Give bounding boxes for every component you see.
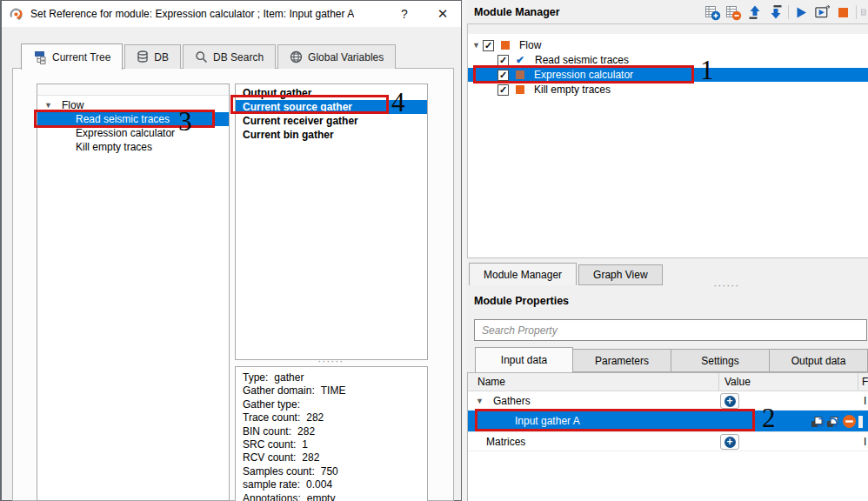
splitter-handle[interactable]: ······ [318,359,344,364]
tab-graph-view[interactable]: Graph View [578,264,662,285]
toolbar-separator [856,5,857,19]
tree-node-label: Expression calculator [76,127,175,139]
reference-tabbar: Current Tree DB DB Search [21,43,397,69]
help-button[interactable]: ? [391,3,417,24]
view-tabbar: Module Manager Graph View [469,263,664,285]
set-reference-dialog: Set Reference for module: Expression cal… [0,0,462,501]
tree-icon [33,50,47,64]
tab-module-manager[interactable]: Module Manager [469,263,577,285]
info-line: Trace count:282 [243,411,420,424]
checkbox-checked[interactable]: ✓ [497,84,509,96]
status-square-icon [516,70,524,79]
radexpro-logo-icon [9,7,23,22]
info-line: Gather domain:TIME [243,384,420,397]
chevron-down-icon[interactable]: ▼ [44,101,53,110]
gather-list: Output gather Current source gather Curr… [235,84,428,360]
checkbox-checked[interactable]: ✓ [483,40,494,51]
row-name: Gathers [493,395,531,407]
checkbox-checked[interactable]: ✓ [497,55,509,66]
module-row-label: Flow [519,39,541,51]
database-icon [137,50,149,63]
table-header: Name Value F [468,373,868,391]
table-row-input-gather-a[interactable]: Input gather A [468,411,868,432]
tab-input-data[interactable]: Input data [475,347,573,372]
info-line: SRC count:1 [243,438,420,451]
module-flow-tree: ▼ ✓ Flow ✓ ✔ Read seismic traces ✓ Expre… [467,23,868,258]
stop-icon[interactable] [835,4,851,21]
move-up-icon[interactable] [746,4,763,21]
tab-label: Module Manager [484,269,562,281]
list-item-label: Current bin gather [243,129,334,141]
tab-label: Graph View [593,269,647,281]
tree-node-flow[interactable]: ▼ Flow [37,98,229,112]
list-item-label: Output gather [243,87,311,99]
dialog-title: Set Reference for module: Expression cal… [30,8,354,20]
tab-db-search[interactable]: DB Search [183,44,276,69]
add-gather-button[interactable]: + [720,393,739,409]
flow-tree-header [37,84,229,96]
tab-label: Settings [701,355,738,367]
column-header-value[interactable]: Value [719,373,858,391]
tab-parameters[interactable]: Parameters [573,349,671,372]
add-module-icon[interactable] [704,4,721,21]
chevron-down-icon[interactable]: ▼ [476,397,486,405]
search-property-input[interactable] [482,324,859,337]
info-line: BIN count:282 [243,425,420,438]
tab-current-tree[interactable]: Current Tree [21,43,123,70]
list-item-output-gather[interactable]: Output gather [236,86,427,100]
replace-reference-icon[interactable] [811,415,825,429]
tab-label: Output data [791,355,846,367]
tab-global-variables[interactable]: Global Variables [277,44,396,69]
plus-icon: + [724,396,736,407]
tab-label: DB [154,51,169,63]
list-item-current-bin-gather[interactable]: Current bin gather [236,128,427,142]
module-row-expression-calculator[interactable]: ✓ Expression calculator [468,68,868,82]
remove-reference-icon[interactable] [842,414,857,429]
splitter-handle[interactable]: ······ [714,284,740,289]
column-header-clipped[interactable]: F [858,373,868,391]
properties-tabbar: Input data Parameters Settings Output da… [475,347,868,372]
run-flow-icon[interactable] [814,4,831,21]
row-action-icons [811,414,863,429]
add-matrix-button[interactable]: + [720,434,739,450]
search-property-box [474,319,867,341]
search-icon [195,50,208,63]
tab-db[interactable]: DB [124,44,181,69]
status-square-icon [501,41,510,50]
tab-output-data[interactable]: Output data [770,349,868,372]
tab-settings[interactable]: Settings [671,349,770,372]
tree-node-expression-calculator[interactable]: Expression calculator [37,126,229,140]
plus-icon: + [724,437,736,448]
swap-reference-icon[interactable] [826,415,840,429]
tree-node-label: Flow [62,99,83,111]
tab-label: Parameters [595,355,649,367]
module-row-label: Expression calculator [534,69,633,81]
row-name: Input gather A [515,415,580,427]
tree-node-kill-empty-traces[interactable]: Kill empty traces [37,140,229,154]
module-row-read-seismic-traces[interactable]: ✓ ✔ Read seismic traces [468,53,868,67]
module-row-kill-empty-traces[interactable]: ✓ Kill empty traces [468,83,868,97]
module-manager-toolbar [704,2,868,23]
close-icon[interactable]: ✕ [430,3,456,24]
list-item-current-receiver-gather[interactable]: Current receiver gather [236,114,427,128]
status-check-icon: ✔ [516,54,528,66]
column-header-name[interactable]: Name [468,373,719,391]
clipped-icon [858,416,863,428]
module-row-label: Kill empty traces [534,84,611,96]
run-icon[interactable] [793,4,810,21]
clipped-icon[interactable] [861,4,868,21]
tree-node-read-seismic-traces[interactable]: Read seismic traces [37,112,229,126]
table-row-matrices[interactable]: Matrices + I [468,432,868,451]
list-item-current-source-gather[interactable]: Current source gather [236,100,427,114]
list-item-label: Current source gather [243,101,352,113]
move-down-icon[interactable] [767,4,784,21]
checkbox-checked[interactable]: ✓ [497,70,509,81]
flow-root-row[interactable]: ▼ ✓ Flow [468,38,868,52]
clipped-cell: I [864,391,868,410]
table-row-gathers[interactable]: ▼ Gathers + I [468,391,868,411]
chevron-down-icon[interactable]: ▼ [472,41,483,50]
globe-icon [290,50,303,63]
remove-module-icon[interactable] [725,4,742,21]
status-square-icon [516,85,524,94]
tree-node-label: Kill empty traces [76,141,152,153]
